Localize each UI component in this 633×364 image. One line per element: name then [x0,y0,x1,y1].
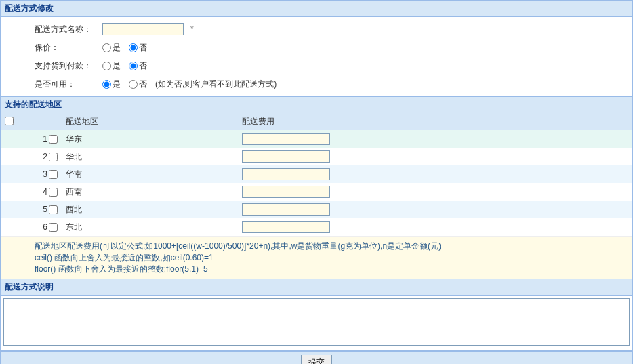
table-row: 2华北 [1,148,632,165]
region-fee-input[interactable] [242,203,330,216]
region-fee-cell [238,201,632,218]
cod-yes-wrap[interactable]: 是 [102,60,121,72]
region-fee-cell [238,148,632,165]
col-region-header: 配送地区 [62,113,238,130]
fee-formula-note: 配送地区配送费用(可以定公式:如1000+[ceil((w-1000)/500)… [1,236,632,279]
region-fee-cell [238,130,632,148]
label-cod: 支持货到付款： [35,60,102,72]
region-name: 华东 [62,130,238,148]
region-name: 华北 [62,148,238,165]
note-line1: 配送地区配送费用(可以定公式:如1000+[ceil((w-1000)/500)… [35,241,628,252]
region-fee-cell [238,165,632,183]
note-line3: floor() 函数向下舍入为最接近的整数;floor(5.1)=5 [35,264,628,275]
row-name: 配送方式名称： * [35,20,632,39]
description-panel: 配送方式说明 [0,279,633,351]
region-name: 华南 [62,165,238,183]
insured-yes-radio[interactable] [102,43,111,52]
row-cod: 支持货到付款： 是 否 [35,57,632,75]
row-index: 2 [43,152,47,161]
cod-yes-radio[interactable] [102,62,111,70]
region-checkbox[interactable] [49,188,58,197]
delivery-name-input[interactable] [102,23,184,35]
row-idx-chk: 5 [1,201,62,218]
region-checkbox[interactable] [49,135,58,144]
region-fee-input[interactable] [242,186,330,198]
label-insured: 保价： [35,42,102,54]
region-fee-input[interactable] [242,221,330,233]
region-name: 西南 [62,183,238,201]
regions-table: 配送地区 配送费用 1华东2华北3华南4西南5西北6东北 [1,113,632,236]
region-fee-input[interactable] [242,150,330,163]
row-index: 4 [43,187,47,197]
table-row: 4西南 [1,183,632,201]
enabled-yes-radio[interactable] [102,80,111,89]
row-idx-chk: 3 [1,165,62,183]
required-asterisk: * [190,24,194,34]
enabled-yes-label: 是 [113,79,121,90]
label-enabled: 是否可用： [35,79,102,90]
label-name: 配送方式名称： [35,24,102,35]
row-idx-chk: 6 [1,218,62,236]
submit-button[interactable]: 提交 [301,355,332,364]
row-index: 3 [43,169,47,179]
region-checkbox[interactable] [49,153,58,161]
col-check-header [1,113,62,130]
note-line2: ceil() 函数向上舍入为最接近的整数,如ceil(0.60)=1 [35,252,628,264]
region-checkbox[interactable] [49,223,58,232]
submit-bar: 提交 [0,351,633,364]
enabled-no-radio[interactable] [129,80,138,89]
select-all-checkbox[interactable] [5,117,14,125]
region-name: 东北 [62,218,238,236]
row-index: 1 [43,134,47,144]
insured-yes-wrap[interactable]: 是 [102,42,121,54]
row-index: 6 [43,222,47,232]
regions-header: 支持的配送地区 [1,97,632,113]
row-index: 5 [43,205,47,214]
enabled-no-wrap[interactable]: 否 [129,79,147,90]
row-idx-chk: 1 [1,130,62,148]
insured-no-wrap[interactable]: 否 [129,42,147,54]
insured-yes-label: 是 [113,42,121,54]
table-row: 3华南 [1,165,632,183]
region-fee-input[interactable] [242,168,330,180]
delivery-edit-body: 配送方式名称： * 保价： 是 否 支持货到付款： [1,17,632,96]
description-textarea[interactable] [3,298,630,346]
insured-no-radio[interactable] [129,43,138,52]
table-row: 5西北 [1,201,632,218]
enabled-no-label: 否 [139,79,147,90]
regions-panel: 支持的配送地区 配送地区 配送费用 1华东2华北3华南4西南5西北6东北 配送地… [0,97,633,279]
region-checkbox[interactable] [49,205,58,214]
table-row: 6东北 [1,218,632,236]
region-fee-cell [238,218,632,236]
row-insured: 保价： 是 否 [35,39,632,57]
enabled-hint: (如为否,则客户看不到此配送方式) [155,79,277,90]
delivery-edit-header: 配送方式修改 [1,1,632,17]
cod-no-label: 否 [139,60,147,72]
cod-no-wrap[interactable]: 否 [129,60,147,72]
cod-yes-label: 是 [113,60,121,72]
row-idx-chk: 4 [1,183,62,201]
cod-no-radio[interactable] [129,62,138,70]
row-idx-chk: 2 [1,148,62,165]
region-checkbox[interactable] [49,170,58,179]
region-name: 西北 [62,201,238,218]
region-fee-cell [238,183,632,201]
description-header: 配送方式说明 [1,279,632,296]
insured-no-label: 否 [139,42,147,54]
row-enabled: 是否可用： 是 否 (如为否,则客户看不到此配送方式) [35,75,632,94]
col-fee-header: 配送费用 [238,113,632,130]
table-row: 1华东 [1,130,632,148]
delivery-edit-panel: 配送方式修改 配送方式名称： * 保价： 是 否 支持货 [0,0,633,97]
enabled-yes-wrap[interactable]: 是 [102,79,121,90]
region-fee-input[interactable] [242,133,330,145]
